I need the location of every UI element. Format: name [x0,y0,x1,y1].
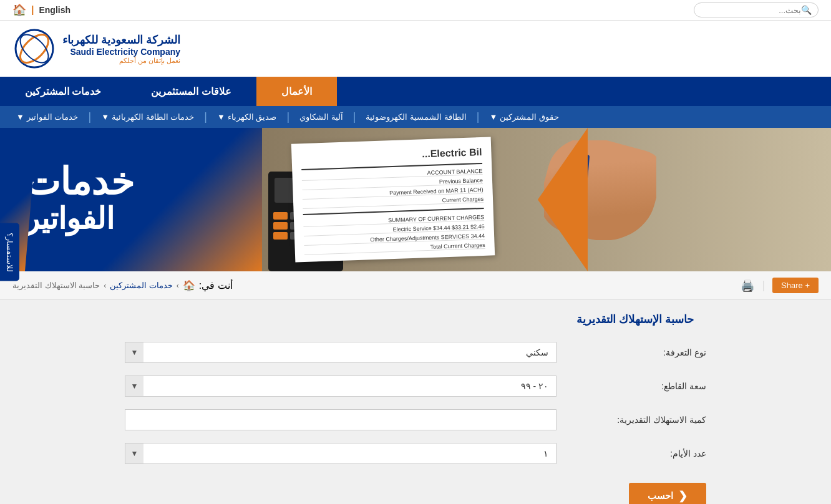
logo-text: الشركة السعودية للكهرباء Saudi Electrici… [62,33,180,65]
sub-separator-1: | [89,110,92,124]
hero-title-sub: الفواتير [25,201,114,236]
hero-title-large: خدمات [25,163,134,201]
logo-english: Saudi Electricity Company [62,47,180,57]
label-days: عدد الأيام: [569,448,706,458]
sub-item-rights[interactable]: حقوق المشتركين ▼ [479,106,569,128]
top-bar-left: 🔍 [694,2,819,17]
logo-container: الشركة السعودية للكهرباء Saudi Electrici… [12,27,180,70]
chevron-down-icon-3: ▼ [217,112,225,122]
print-separator: | [762,279,765,292]
breadcrumb-prefix: أنت في: [199,279,233,291]
sub-item-bills[interactable]: خدمات الفواتير ▼ [6,106,89,128]
nav-item-business[interactable]: الأعمال [256,77,337,106]
breadcrumb-sep-2: › [104,281,106,290]
logo-icon [12,27,56,70]
days-control: ١ ٢ ٣ ٤ ٥ ▼ [125,443,556,464]
top-bar: 🔍 English | 🏠 [0,0,831,21]
sub-item-solar[interactable]: الطاقة الشمسية الكهروضوئية [356,106,476,128]
nav-item-investors[interactable]: علاقات المستثمرين [126,77,256,106]
main-nav: خدمات المشتركين علاقات المستثمرين الأعما… [0,77,831,106]
quantity-control [125,409,556,430]
form-section: نوع التعرفة: سكني تجاري صناعي ▼ سعة القا… [125,342,706,504]
nav-item-subscribers[interactable]: خدمات المشتركين [0,77,126,106]
sub-item-electricity-friend[interactable]: صديق الكهرباء ▼ [207,106,287,128]
days-dropdown-arrow: ▼ [125,443,143,464]
tariff-control: سكني تجاري صناعي ▼ [125,342,556,363]
breadcrumb-home-icon[interactable]: 🏠 [183,279,195,291]
tariff-select-wrapper: سكني تجاري صناعي ▼ [125,342,556,363]
calculate-button[interactable]: ❮ احسب [629,483,706,504]
sub-separator-3: | [286,110,289,124]
form-row-days: عدد الأيام: ١ ٢ ٣ ٤ ٥ ▼ [125,443,706,464]
sub-item-energy[interactable]: خدمات الطاقة الكهربائية ▼ [91,106,204,128]
logo-tagline: نعمل بإتقان من أجلكم [62,57,180,65]
breadcrumb-current: حاسبة الاستهلاك التقديرية [12,281,100,290]
calc-btn-label: احسب [648,490,673,502]
share-print-area: + Share | 🖨️ [741,278,819,293]
chevron-down-icon-2: ▼ [101,112,109,122]
btn-row: ❮ احسب [125,483,706,504]
calc-arrow-icon: ❮ [678,489,688,503]
inquiry-tab[interactable]: للاستفسار؟ [0,223,19,281]
breadcrumb-sep-1: › [177,281,179,290]
print-icon[interactable]: 🖨️ [741,279,754,293]
sub-separator-2: | [204,110,207,124]
sub-nav: خدمات الفواتير ▼ | خدمات الطاقة الكهربائ… [0,106,831,128]
label-quantity: كمية الاستهلاك التقديرية: [569,415,706,425]
sub-item-complaints[interactable]: آلية الشكاوي [289,106,353,128]
logo-arabic: الشركة السعودية للكهرباء [62,33,180,47]
tariff-select[interactable]: سكني تجاري صناعي [125,342,556,363]
quantity-input[interactable] [125,409,556,430]
form-row-capacity: سعة القاطع: ٢٠ - ٩٩ ١٠٠ - ٢٠٠ ٢٠١ فأكثر … [125,376,706,397]
search-bar[interactable]: 🔍 [694,2,819,17]
lang-selector[interactable]: English | 🏠 [12,3,70,17]
breadcrumb-link-subscribers[interactable]: خدمات المشتركين [110,281,173,290]
days-select[interactable]: ١ ٢ ٣ ٤ ٥ [125,443,556,464]
breadcrumb-bar: + Share | 🖨️ أنت في: 🏠 › خدمات المشتركين… [0,271,831,300]
page-title: حاسبة الإستهلاك التقديرية [125,313,706,326]
days-select-wrapper: ١ ٢ ٣ ٤ ٥ ▼ [125,443,556,464]
tariff-dropdown-arrow: ▼ [125,342,143,363]
lang-separator: | [31,4,34,16]
breadcrumb: أنت في: 🏠 › خدمات المشتركين › حاسبة الاس… [12,279,233,291]
label-capacity: سعة القاطع: [569,381,706,391]
label-tariff: نوع التعرفة: [569,347,706,357]
hero-text-panel: خدمات الفواتير [0,128,262,271]
capacity-dropdown-arrow: ▼ [125,376,143,397]
orange-divider [538,128,588,271]
share-button[interactable]: + Share [772,278,819,293]
hero-banner: Electric Bil... ACCOUNT BALANCE Previous… [0,128,831,271]
chevron-down-icon: ▼ [16,112,24,122]
search-input[interactable] [701,6,801,15]
chevron-down-icon-4: ▼ [489,112,497,122]
bill-paper: Electric Bil... ACCOUNT BALANCE Previous… [291,137,495,262]
capacity-control: ٢٠ - ٩٩ ١٠٠ - ٢٠٠ ٢٠١ فأكثر ▼ [125,376,556,397]
capacity-select-wrapper: ٢٠ - ٩٩ ١٠٠ - ٢٠٠ ٢٠١ فأكثر ▼ [125,376,556,397]
bill-title: Electric Bil... [301,147,482,164]
sub-separator-5: | [477,110,480,124]
capacity-select[interactable]: ٢٠ - ٩٩ ١٠٠ - ٢٠٠ ٢٠١ فأكثر [125,376,556,397]
home-icon[interactable]: 🏠 [12,3,26,17]
logo-area: الشركة السعودية للكهرباء Saudi Electrici… [0,21,831,77]
form-row-tariff: نوع التعرفة: سكني تجاري صناعي ▼ [125,342,706,363]
svg-point-0 [16,30,53,67]
sub-separator-4: | [353,110,356,124]
lang-text: English [39,5,70,15]
search-icon: 🔍 [801,5,812,15]
main-content: حاسبة الإستهلاك التقديرية نوع التعرفة: س… [0,300,831,504]
form-row-quantity: كمية الاستهلاك التقديرية: [125,409,706,430]
